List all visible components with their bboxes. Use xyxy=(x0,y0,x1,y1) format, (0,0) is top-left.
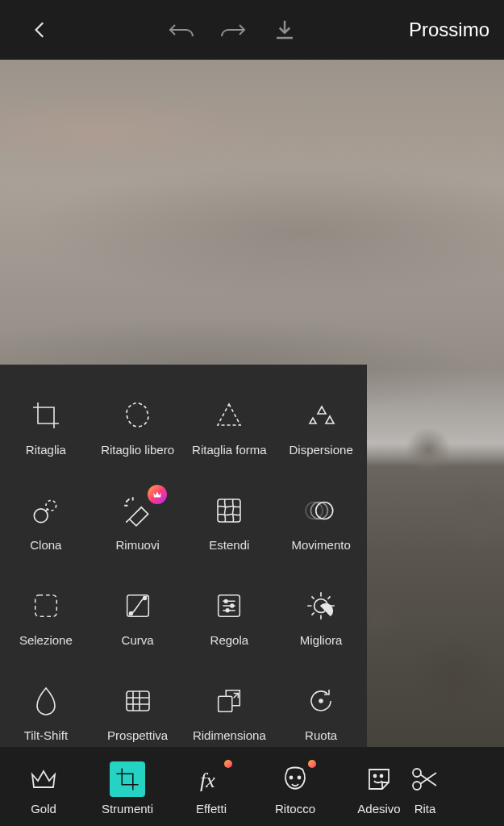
tool-clone[interactable]: Clona xyxy=(0,474,92,569)
next-button[interactable]: Prossimo xyxy=(409,19,489,41)
svg-point-23 xyxy=(413,769,421,777)
svg-point-22 xyxy=(381,774,383,777)
tool-curves[interactable]: Curva xyxy=(92,569,184,665)
nav-label: Strumenti xyxy=(102,802,153,816)
tool-label: Prospettiva xyxy=(107,728,168,742)
nav-cutout[interactable]: Rita xyxy=(421,752,453,824)
tool-label: Tilt-Shift xyxy=(24,728,68,742)
svg-point-12 xyxy=(231,604,234,607)
premium-badge-icon xyxy=(148,485,167,504)
nav-tools[interactable]: Strumenti xyxy=(85,752,169,824)
nav-label: Ritocco xyxy=(275,802,315,816)
tool-label: Rimuovi xyxy=(116,538,160,552)
tool-rotate[interactable]: Ruota xyxy=(275,665,367,760)
svg-point-17 xyxy=(319,699,323,703)
crown-icon xyxy=(26,761,61,797)
bottom-nav: Gold Strumenti fx Effetti Ritocco xyxy=(0,747,504,826)
tool-remove[interactable]: Rimuovi xyxy=(92,474,184,569)
nav-label: Rita xyxy=(414,802,436,816)
tool-selection[interactable]: Selezione xyxy=(0,569,92,665)
svg-point-24 xyxy=(413,782,421,790)
tilt-shift-icon xyxy=(28,683,64,719)
curves-icon xyxy=(120,588,156,624)
face-icon xyxy=(277,761,313,797)
tool-label: Ruota xyxy=(305,728,337,742)
stretch-icon xyxy=(211,493,247,528)
svg-point-21 xyxy=(374,774,377,777)
tool-label: Clona xyxy=(30,538,61,552)
motion-icon xyxy=(303,493,339,528)
tool-dispersion[interactable]: Dispersione xyxy=(275,379,367,474)
tool-free-crop[interactable]: Ritaglio libero xyxy=(92,379,184,474)
remove-icon xyxy=(120,493,156,528)
sticker-icon xyxy=(361,761,397,797)
svg-rect-2 xyxy=(218,499,240,522)
tools-panel: Ritaglia Ritaglio libero Ritaglia forma … xyxy=(0,365,367,747)
notification-dot-icon xyxy=(224,760,232,768)
svg-rect-15 xyxy=(127,691,149,711)
nav-gold[interactable]: Gold xyxy=(2,752,85,824)
tool-label: Movimento xyxy=(291,538,350,552)
tool-label: Ridimensiona xyxy=(193,728,266,742)
scissors-icon xyxy=(407,761,443,797)
tool-label: Selezione xyxy=(19,633,73,647)
svg-point-9 xyxy=(143,596,146,599)
tool-shape-crop[interactable]: Ritaglia forma xyxy=(184,379,276,474)
nav-effects[interactable]: fx Effetti xyxy=(169,752,253,824)
tool-label: Curva xyxy=(122,633,154,647)
tool-adjust[interactable]: Regola xyxy=(184,569,276,665)
enhance-icon xyxy=(303,588,339,624)
fx-icon: fx xyxy=(194,761,229,797)
svg-point-11 xyxy=(225,599,228,603)
crop-icon xyxy=(28,398,64,433)
svg-point-13 xyxy=(227,608,230,611)
top-toolbar: Prossimo xyxy=(0,0,504,60)
nav-label: Gold xyxy=(31,802,56,816)
tool-label: Ritaglia forma xyxy=(192,443,267,457)
tool-motion[interactable]: Movimento xyxy=(275,474,367,569)
tool-perspective[interactable]: Prospettiva xyxy=(92,665,184,760)
back-button[interactable] xyxy=(21,10,60,49)
svg-point-19 xyxy=(290,776,293,778)
dispersion-icon xyxy=(303,398,339,433)
app-root: Prossimo Ritaglia Ritaglio libero xyxy=(0,0,504,826)
tool-label: Migliora xyxy=(300,633,343,647)
nav-retouch[interactable]: Ritocco xyxy=(253,752,337,824)
export-button[interactable] xyxy=(265,10,304,49)
adjust-icon xyxy=(211,588,247,624)
resize-icon xyxy=(211,683,247,719)
tool-enhance[interactable]: Migliora xyxy=(275,569,367,665)
nav-label: Effetti xyxy=(196,802,227,816)
shape-crop-icon xyxy=(211,398,247,433)
undo-button[interactable] xyxy=(162,10,201,49)
nav-label: Adesivo xyxy=(357,802,400,816)
svg-point-20 xyxy=(298,776,301,778)
tool-label: Regola xyxy=(210,633,249,647)
free-crop-icon xyxy=(120,398,156,433)
tool-label: Dispersione xyxy=(289,443,353,457)
tool-label: Estendi xyxy=(209,538,249,552)
svg-rect-6 xyxy=(35,594,57,616)
tool-label: Ritaglio libero xyxy=(101,443,174,457)
crop-icon xyxy=(110,761,145,797)
selection-icon xyxy=(28,588,64,624)
clone-icon xyxy=(28,493,64,528)
tool-stretch[interactable]: Estendi xyxy=(184,474,276,569)
tool-tilt-shift[interactable]: Tilt-Shift xyxy=(0,665,92,760)
perspective-icon xyxy=(120,683,156,719)
rotate-icon xyxy=(303,683,339,719)
redo-button[interactable] xyxy=(214,10,252,49)
svg-rect-16 xyxy=(219,696,232,711)
svg-point-8 xyxy=(129,611,132,615)
notification-dot-icon xyxy=(308,760,316,768)
svg-text:fx: fx xyxy=(200,769,215,792)
tool-label: Ritaglia xyxy=(26,443,66,457)
tool-crop[interactable]: Ritaglia xyxy=(0,379,92,474)
tool-resize[interactable]: Ridimensiona xyxy=(184,665,276,760)
